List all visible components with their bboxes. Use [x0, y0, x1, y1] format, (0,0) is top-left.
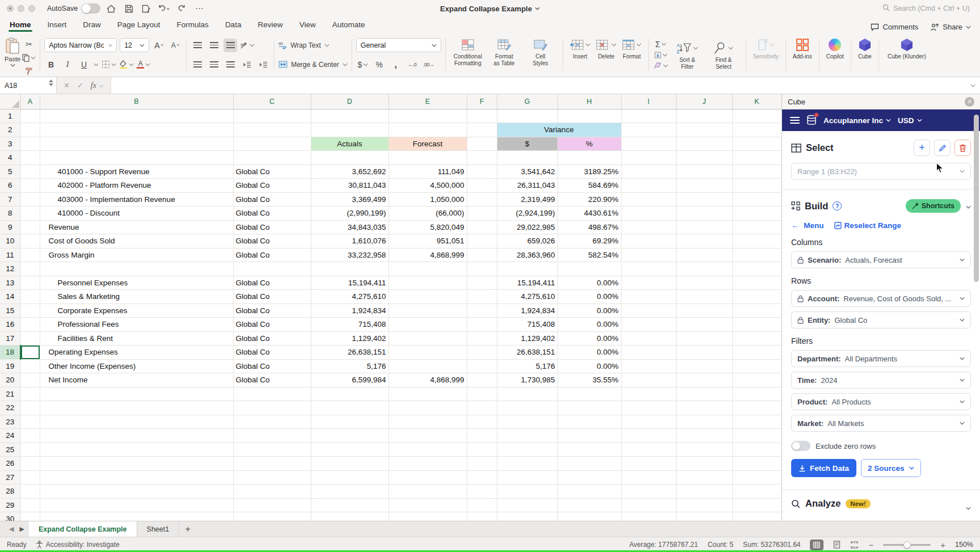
cell-G23[interactable]	[497, 415, 557, 429]
cell-K27[interactable]	[732, 470, 782, 484]
align-middle-button[interactable]	[207, 39, 221, 52]
next-sheet-arrow[interactable]: ▶	[19, 525, 24, 533]
cell-I4[interactable]	[621, 151, 676, 165]
delete-cells-button[interactable]: Delete	[593, 36, 619, 73]
cell-K19[interactable]	[732, 359, 782, 373]
reselect-range-link[interactable]: Reselect Range	[834, 221, 902, 230]
ribbon-tab-formulas[interactable]: Formulas	[176, 20, 209, 34]
cell-K21[interactable]	[732, 387, 782, 401]
cell-J24[interactable]	[676, 429, 732, 443]
format-as-table-button[interactable]: Format as Table	[486, 36, 522, 73]
cell-J23[interactable]	[676, 415, 732, 429]
cell-E26[interactable]	[388, 457, 467, 471]
row-header-11[interactable]: 11	[0, 248, 20, 262]
cell-J17[interactable]	[676, 331, 732, 345]
cell-B8[interactable]: 410000 - Discount	[40, 207, 233, 221]
cell-C18[interactable]: Global Co	[233, 345, 311, 360]
cell-A11[interactable]	[20, 248, 40, 262]
cell-D23[interactable]	[311, 415, 388, 429]
cell-B7[interactable]: 403000 - Implementation Revenue	[40, 192, 233, 207]
cell-C10[interactable]: Global Co	[233, 234, 311, 248]
database-icon[interactable]	[806, 115, 817, 126]
cube-addin-button[interactable]: Cube	[855, 36, 875, 73]
cell-A27[interactable]	[20, 470, 40, 484]
cell-C19[interactable]: Global Co	[233, 359, 311, 373]
cell-I6[interactable]	[621, 179, 676, 193]
cell-E30[interactable]	[388, 512, 467, 521]
cell-A8[interactable]	[20, 207, 40, 221]
row-header-6[interactable]: 6	[0, 179, 20, 193]
cell-D17[interactable]: 1,129,402	[311, 331, 388, 345]
cell-K25[interactable]	[732, 443, 782, 457]
save-icon[interactable]	[122, 3, 136, 14]
comments-button[interactable]: Comments	[871, 23, 918, 31]
cell-F12[interactable]	[467, 262, 497, 276]
row-header-26[interactable]: 26	[0, 457, 20, 471]
cell-B18[interactable]: Operating Expenses	[40, 345, 233, 360]
cell-G10[interactable]: 659,026	[497, 234, 557, 248]
department-field[interactable]: Department:All Departments	[791, 350, 971, 367]
cell-A15[interactable]	[20, 304, 40, 318]
cell-F29[interactable]	[467, 498, 497, 512]
market-field[interactable]: Market:All Markets	[791, 415, 971, 432]
redo-button[interactable]	[175, 3, 188, 14]
cell-C23[interactable]	[233, 415, 311, 429]
cell-C4[interactable]	[233, 151, 311, 165]
cell-B16[interactable]: Professional Fees	[40, 318, 233, 332]
row-header-29[interactable]: 29	[0, 498, 20, 512]
cut-button[interactable]: ✂	[22, 37, 36, 51]
cell-K26[interactable]	[732, 457, 782, 471]
cell-G30[interactable]	[497, 512, 557, 521]
cell-G17[interactable]: 1,129,402	[497, 331, 557, 345]
cell-A22[interactable]	[20, 401, 40, 415]
cell-G15[interactable]: 1,924,834	[497, 304, 557, 318]
cell-K30[interactable]	[732, 512, 782, 521]
cell-H25[interactable]	[557, 443, 621, 457]
cell-E2[interactable]	[388, 123, 467, 137]
column-header-H[interactable]: H	[557, 94, 621, 109]
row-header-24[interactable]: 24	[0, 429, 20, 443]
cell-I20[interactable]	[621, 373, 676, 387]
zoom-in-button[interactable]: +	[940, 540, 945, 550]
cell-A28[interactable]	[20, 484, 40, 499]
cell-C15[interactable]: Global Co	[233, 304, 311, 318]
exclude-zero-rows-toggle[interactable]	[791, 441, 810, 451]
cell-J19[interactable]	[676, 359, 732, 373]
align-right-button[interactable]	[223, 58, 237, 71]
row-header-23[interactable]: 23	[0, 415, 20, 429]
addins-button[interactable]: Add-ins	[790, 36, 815, 73]
cell-E11[interactable]: 4,868,999	[388, 248, 467, 262]
cell-J30[interactable]	[676, 512, 732, 521]
cell-F2[interactable]	[467, 123, 497, 137]
cell-B22[interactable]	[40, 401, 233, 415]
cell-I27[interactable]	[621, 470, 676, 484]
cell-E24[interactable]	[388, 429, 467, 443]
column-header-C[interactable]: C	[233, 94, 311, 109]
cell-E15[interactable]	[388, 304, 467, 318]
cell-F27[interactable]	[467, 470, 497, 484]
cell-E3[interactable]: Forecast	[388, 137, 467, 151]
cell-C7[interactable]: Global Co	[233, 192, 311, 207]
cell-D22[interactable]	[311, 401, 388, 415]
font-name-select[interactable]: Aptos Narrow (Bod...	[44, 38, 117, 52]
cell-D24[interactable]	[311, 429, 388, 443]
percent-format-button[interactable]: %	[373, 58, 386, 71]
cell-A25[interactable]	[20, 443, 40, 457]
cell-H15[interactable]: 0.00%	[557, 304, 621, 318]
cell-H3[interactable]: %	[557, 137, 621, 151]
cell-F22[interactable]	[467, 401, 497, 415]
cell-H17[interactable]: 0.00%	[557, 331, 621, 345]
cell-H8[interactable]: 4430.61%	[557, 207, 621, 221]
cell-C22[interactable]	[233, 401, 311, 415]
cell-H13[interactable]: 0.00%	[557, 276, 621, 290]
cell-H11[interactable]: 582.54%	[557, 248, 621, 262]
cell-D4[interactable]	[311, 151, 388, 165]
cell-J12[interactable]	[676, 262, 732, 276]
cell-F20[interactable]	[467, 373, 497, 387]
number-format-select[interactable]: General	[356, 38, 441, 52]
cell-G13[interactable]: 15,194,411	[497, 276, 557, 290]
cell-K1[interactable]	[732, 109, 782, 123]
save-as-icon[interactable]	[140, 3, 153, 14]
row-header-18[interactable]: 18	[0, 345, 20, 360]
cell-G29[interactable]	[497, 498, 557, 512]
